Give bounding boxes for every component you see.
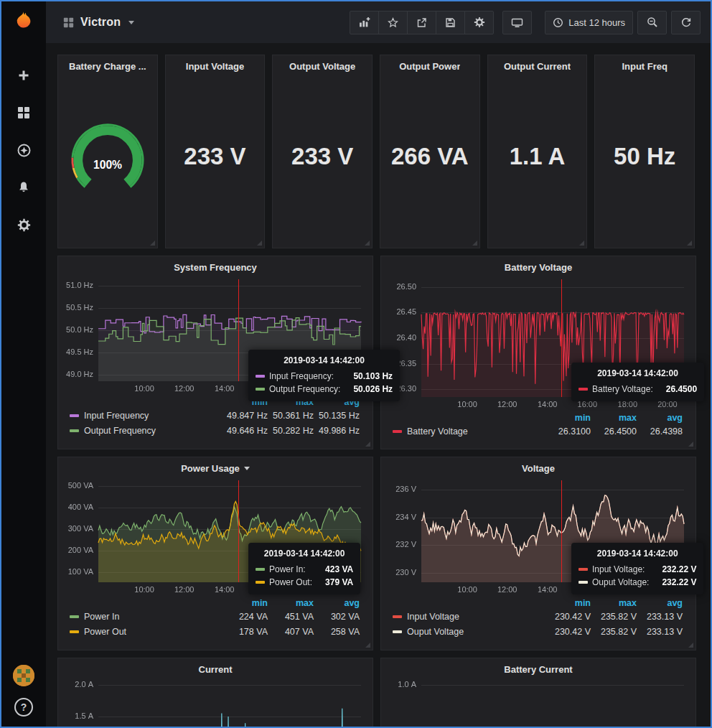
sidebar-item-configuration[interactable]: [11, 215, 36, 234]
star-button[interactable]: [378, 11, 408, 34]
stat-value: 233 V: [291, 73, 353, 248]
chart-tooltip: 2019-03-14 14:42:00 Input Frequency:50.1…: [248, 350, 400, 401]
share-icon: [416, 17, 427, 28]
dashboard-title-group[interactable]: Victron: [63, 16, 134, 29]
legend-series-toggle[interactable]: Power In: [70, 612, 222, 622]
legend-row: Power In 224 VA 451 VA 302 VA: [64, 609, 367, 624]
panel-battery-charge: Battery Charge ... 100%: [57, 55, 158, 248]
legend-series-toggle[interactable]: Power Out: [70, 627, 222, 637]
panel-system-frequency: System Frequency min max avg Input Frequ…: [57, 256, 373, 449]
panel-title-text: Battery Current: [504, 664, 572, 675]
panel-title-text: Output Voltage: [289, 61, 355, 72]
dashboard-scroll-area: Battery Charge ... 100% Input Volta: [46, 43, 711, 727]
panel-current: Current: [57, 658, 373, 727]
panel-title[interactable]: Input Freq: [622, 55, 668, 73]
help-button[interactable]: ?: [14, 698, 33, 717]
bell-icon: [17, 181, 30, 194]
time-range-label: Last 12 hours: [568, 17, 625, 28]
panel-title[interactable]: Battery Voltage: [387, 256, 690, 274]
gear-icon: [17, 218, 31, 232]
panel-input-freq-stat: Input Freq 50 Hz: [594, 55, 695, 248]
chart-tooltip: 2019-03-14 14:42:00 Battery Voltage:26.4…: [571, 363, 704, 401]
legend-series-toggle[interactable]: Input Frequency: [70, 411, 222, 421]
legend-series-toggle[interactable]: Battery Voltage: [393, 426, 545, 437]
refresh-button[interactable]: [671, 11, 701, 34]
refresh-icon: [680, 17, 692, 28]
series-swatch: [70, 414, 79, 417]
chevron-down-icon: [128, 21, 134, 24]
panel-output-power-stat: Output Power 266 VA: [380, 55, 480, 248]
dashboard-title[interactable]: Victron: [80, 16, 121, 29]
series-swatch: [256, 388, 265, 391]
panel-title[interactable]: Power Usage: [64, 457, 367, 475]
navbar-actions: Last 12 hours: [350, 11, 701, 34]
current-chart[interactable]: [64, 677, 367, 727]
stat-panel-row: Battery Charge ... 100% Input Volta: [57, 55, 695, 248]
series-swatch: [70, 615, 79, 618]
legend-header: min max avg: [387, 597, 690, 609]
tv-mode-button[interactable]: [502, 11, 532, 34]
share-button[interactable]: [407, 11, 436, 34]
grid-icon: [17, 106, 30, 119]
dashboard-settings-button[interactable]: [464, 11, 494, 34]
add-panel-button[interactable]: [350, 11, 379, 34]
dashboard-action-group: [350, 11, 494, 34]
panel-battery-voltage: Battery Voltage min max avg Battery Volt…: [380, 256, 696, 449]
tooltip-time: 2019-03-14 14:42:00: [578, 368, 697, 378]
legend-header: min max avg: [387, 411, 690, 424]
panel-title-text: Output Power: [399, 61, 460, 72]
legend-series-toggle[interactable]: Ouput Voltage: [393, 627, 545, 637]
series-swatch: [393, 630, 402, 633]
panel-title[interactable]: Input Voltage: [186, 55, 244, 73]
chart-legend: min max avg Power In 224 VA 451 VA 302 V…: [64, 597, 367, 639]
series-swatch: [393, 430, 402, 433]
panel-title[interactable]: Output Voltage: [289, 55, 355, 73]
stat-value: 233 V: [184, 73, 245, 248]
grafana-window: ? Victron: [0, 0, 712, 728]
time-picker-button[interactable]: Last 12 hours: [545, 11, 633, 34]
panel-title[interactable]: Output Current: [504, 55, 571, 73]
series-swatch: [393, 615, 402, 618]
grafana-logo-icon[interactable]: [9, 7, 38, 36]
battery-current-chart[interactable]: [387, 677, 690, 727]
magnifier-icon: [647, 17, 658, 28]
compass-icon: [17, 144, 31, 157]
sidebar-item-dashboards[interactable]: [11, 103, 36, 122]
tv-icon: [511, 17, 523, 28]
series-swatch: [70, 429, 79, 432]
stat-value: 50 Hz: [614, 73, 675, 248]
sidebar: ?: [1, 1, 46, 727]
user-avatar[interactable]: [13, 665, 34, 686]
save-icon: [445, 17, 456, 28]
panel-title-text: Input Voltage: [186, 61, 244, 72]
panel-title[interactable]: System Frequency: [64, 256, 367, 274]
save-button[interactable]: [436, 11, 465, 34]
tooltip-time: 2019-03-14 14:42:00: [578, 549, 696, 559]
series-swatch: [256, 375, 265, 378]
legend-row: Battery Voltage 26.3100 26.4500 26.4398: [387, 424, 690, 439]
panel-title-text: Power Usage: [181, 463, 240, 474]
flame-icon: [11, 9, 37, 34]
sidebar-item-explore[interactable]: [11, 141, 36, 159]
panel-title[interactable]: Voltage: [387, 457, 690, 475]
panel-title[interactable]: Output Power: [399, 55, 460, 73]
legend-row: Output Frequency 49.646 Hz 50.282 Hz 49.…: [64, 423, 367, 438]
sidebar-item-create[interactable]: [11, 66, 36, 85]
legend-series-toggle[interactable]: Output Frequency: [70, 426, 222, 436]
panel-title[interactable]: Current: [64, 658, 367, 676]
panel-title[interactable]: Battery Charge ...: [69, 55, 146, 73]
dashboard-icon: [63, 17, 74, 28]
tooltip-time: 2019-03-14 14:42:00: [256, 355, 393, 365]
sidebar-bottom: ?: [13, 665, 34, 717]
sidebar-item-alerting[interactable]: [11, 178, 36, 197]
zoom-out-button[interactable]: [637, 11, 667, 34]
legend-series-toggle[interactable]: Input Voltage: [393, 612, 545, 622]
panel-title[interactable]: Battery Current: [387, 658, 690, 676]
panel-title-text: Battery Charge ...: [69, 61, 146, 72]
panel-output-voltage-stat: Output Voltage 233 V: [272, 55, 373, 248]
series-swatch: [578, 568, 588, 571]
panel-title-text: Current: [199, 664, 233, 675]
panel-title-text: Output Current: [504, 61, 571, 72]
main-area: Victron: [46, 1, 711, 727]
legend-row: Ouput Voltage 230.42 V 235.82 V 233.13 V: [387, 624, 690, 639]
